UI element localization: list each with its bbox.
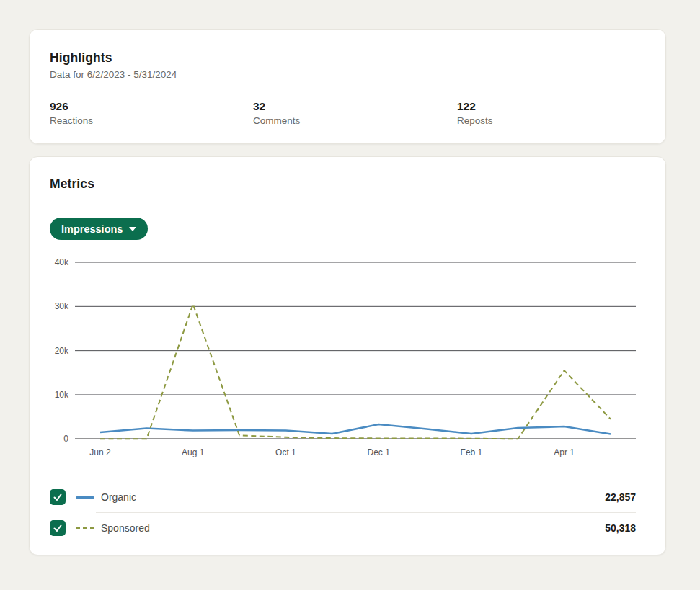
organic-total: 22,857	[605, 491, 636, 503]
legend-label: Organic	[101, 491, 136, 503]
stat-reposts: 122 Reposts	[457, 100, 645, 126]
legend-row-organic: Organic 22,857	[50, 482, 636, 512]
stat-label: Reposts	[457, 115, 645, 126]
svg-text:Dec 1: Dec 1	[368, 447, 391, 457]
svg-text:30k: 30k	[55, 301, 69, 311]
impressions-chart: 010k20k30k40kJun 2Aug 1Oct 1Dec 1Feb 1Ap…	[50, 253, 645, 466]
svg-text:10k: 10k	[55, 390, 69, 400]
svg-text:40k: 40k	[55, 257, 69, 267]
svg-text:20k: 20k	[55, 346, 69, 356]
metrics-title: Metrics	[50, 176, 645, 192]
checkmark-icon	[53, 492, 63, 502]
metric-selector-dropdown[interactable]: Impressions	[50, 218, 148, 240]
stat-value: 32	[253, 100, 457, 113]
stat-label: Reactions	[50, 115, 253, 126]
sponsored-line-swatch	[76, 527, 94, 529]
svg-text:Apr 1: Apr 1	[554, 447, 575, 457]
svg-text:Aug 1: Aug 1	[182, 447, 205, 457]
stat-value: 926	[50, 100, 253, 113]
sponsored-checkbox[interactable]	[50, 520, 66, 536]
legend-label: Sponsored	[101, 522, 150, 534]
svg-text:Feb 1: Feb 1	[461, 447, 483, 457]
highlights-stats: 926 Reactions 32 Comments 122 Reposts	[50, 100, 645, 126]
analytics-page: Highlights Data for 6/2/2023 - 5/31/2024…	[0, 0, 700, 555]
highlights-card: Highlights Data for 6/2/2023 - 5/31/2024…	[29, 29, 666, 144]
sponsored-total: 50,318	[605, 522, 636, 534]
highlights-title: Highlights	[50, 50, 645, 66]
stat-value: 122	[457, 100, 645, 113]
svg-text:Oct 1: Oct 1	[275, 447, 296, 457]
organic-line-swatch	[76, 496, 94, 499]
organic-checkbox[interactable]	[50, 489, 66, 505]
stat-label: Comments	[253, 115, 457, 126]
date-range: Data for 6/2/2023 - 5/31/2024	[50, 69, 645, 80]
svg-text:0: 0	[63, 434, 68, 444]
checkmark-icon	[53, 523, 63, 533]
chevron-down-icon	[129, 227, 136, 231]
stat-comments: 32 Comments	[253, 100, 457, 126]
line-chart-canvas: 010k20k30k40kJun 2Aug 1Oct 1Dec 1Feb 1Ap…	[50, 253, 636, 463]
svg-text:Jun 2: Jun 2	[89, 447, 111, 457]
legend-row-sponsored: Sponsored 50,318	[50, 513, 636, 543]
chart-legend: Organic 22,857 Sponsored 50,318	[50, 482, 636, 543]
metrics-card: Metrics Impressions 010k20k30k40kJun 2Au…	[29, 156, 666, 555]
metric-selector-label: Impressions	[61, 223, 123, 235]
stat-reactions: 926 Reactions	[50, 100, 253, 126]
